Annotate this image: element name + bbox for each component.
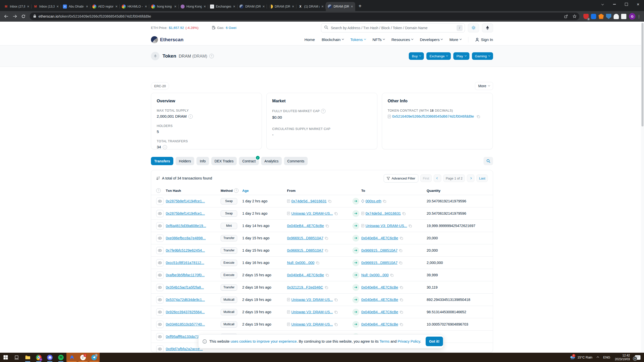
to-address-link[interactable]: Uniswap V3: DRAM-US... [366,224,407,228]
clock[interactable]: 12:422023/10/03 [615,354,630,361]
browser-tab[interactable]: DRAM (DRAM) Token T ✕ [326,2,355,11]
txn-hash-link[interactable]: 0x5374a72d634de9c1... [166,298,205,302]
pagination-prev[interactable] [434,174,441,182]
tab-close-icon[interactable]: ✕ [174,5,177,8]
tab-info[interactable]: Info [196,157,209,165]
token-contract-link[interactable]: 0x5216409e5266cf520868545d6674d1f0046fdd… [392,114,474,118]
browser-tab[interactable]: G AED region - Google Se ✕ [90,2,120,11]
from-address-link[interactable]: 0x74de5d...94016631 [291,199,327,203]
copy-icon[interactable] [400,310,403,314]
preview-eye-button[interactable] [156,259,164,266]
from-address-link[interactable]: Null: 0x000...000 [287,261,314,265]
copy-icon[interactable] [325,286,328,289]
to-address-link[interactable]: 000ss.eth [366,199,381,203]
maximize-button[interactable] [620,0,632,9]
tab-analytics[interactable]: Analytics [261,157,282,165]
from-address-link[interactable]: 0x040eB4...4E7C6cBe [287,273,324,277]
site-search[interactable]: / [321,23,465,32]
txn-hash-link[interactable]: 0x2875b8ef14194fce1... [166,199,205,203]
theme-toggle-button[interactable] [468,23,479,32]
tray-overflow-icon[interactable] [597,355,599,359]
nav-item-blockchain[interactable]: Blockchain [322,37,344,42]
copy-icon[interactable] [316,261,319,264]
from-address-link[interactable]: 0x966915...D88510A7 [287,236,323,240]
copy-icon[interactable] [400,298,403,301]
cookies-link[interactable]: uses cookies to improve your experience [231,339,297,343]
browser-menu-icon[interactable]: ⋮ [636,14,641,19]
txn-hash-link[interactable]: 0xf6a4615d39a608e19... [166,224,206,228]
txn-hash-link[interactable]: 0xd9d7afbfa2a2acce... [166,347,203,351]
tab-comments[interactable]: Comments [284,157,308,165]
new-tab-button[interactable]: + [356,2,364,10]
lock-icon[interactable] [33,14,36,19]
column-age[interactable]: Age [242,189,287,193]
preview-eye-button[interactable] [156,235,164,242]
tab-contract[interactable]: Contract✓ [239,157,259,165]
browser-tab[interactable]: M Inbox (27,992) - gstjenk ✕ [2,2,31,11]
nav-item-tokens[interactable]: Tokens [350,37,366,42]
to-address-link[interactable]: 0x040eB4...4E7C6cBe [361,298,398,302]
preview-eye-button[interactable] [156,333,164,340]
password-extension-icon[interactable] [591,14,596,19]
chrome-icon[interactable]: G [33,353,44,362]
browser-tab[interactable]: X (1) DRAM (@thedramc ✕ [296,2,326,11]
copy-icon[interactable] [325,249,328,252]
copy-icon[interactable] [325,237,328,240]
pagination-last[interactable]: Last [476,174,488,182]
help-icon[interactable]: ? [156,188,161,193]
scrollbar-thumb[interactable] [641,23,643,126]
pagination-next[interactable] [467,174,474,182]
to-address-link[interactable]: 0x040eB4...4E7C6cBe [361,236,398,240]
nav-item-nfts[interactable]: NFTs [373,37,385,42]
task-view-button[interactable] [11,353,22,362]
refresh-icon[interactable] [20,13,27,20]
from-address-link[interactable]: 0x966915...D88510A7 [287,248,323,252]
url-bar[interactable]: etherscan.io/token/0x5216409e5266cf52086… [30,13,579,20]
preview-eye-button[interactable] [156,284,164,291]
tab-close-icon[interactable]: ✕ [27,5,29,8]
buy-button[interactable]: Buy [409,52,424,60]
from-address-link[interactable]: Uniswap V3: DRAM-US... [291,310,333,314]
copy-icon[interactable] [326,224,329,228]
info-icon[interactable]: i [188,114,193,119]
browser-tab[interactable]: DRAM (DRAM) Token T ✕ [267,2,296,11]
txn-hash-link[interactable]: 0x926cc39437825564... [166,310,205,314]
tab-holders[interactable]: Holders [176,157,194,165]
browser-tab[interactable]: G hong kong monetary a ✕ [149,2,179,11]
pagination-first[interactable]: First [420,174,432,182]
tab-close-icon[interactable]: ✕ [204,5,206,8]
tab-close-icon[interactable]: ✕ [56,5,59,8]
file-explorer-icon[interactable] [22,353,33,362]
help-icon[interactable]: ? [234,188,238,193]
privacy-link[interactable]: Privacy Policy [398,339,420,343]
txn-hash-link[interactable]: 0xcc51cf8f161a78112... [166,261,204,265]
weather-widget[interactable]: 1 15°C Rain [570,355,592,360]
nav-item-resources[interactable]: Resources [391,37,413,42]
copy-icon[interactable] [399,249,402,252]
tab-transfers[interactable]: Transfers [151,157,173,165]
txn-hash-link[interactable]: 0x354b15acf1a5f2fa8... [166,285,204,289]
tab-search-icon[interactable] [597,0,609,9]
copy-icon[interactable] [390,274,393,277]
preview-eye-button[interactable] [156,321,164,328]
preview-eye-button[interactable] [156,345,164,353]
nav-item-home[interactable]: Home [304,37,315,42]
sign-in-button[interactable]: Sign In [475,37,493,42]
browser-tab[interactable]: ≡ Exchanges & Minting P ✕ [208,2,237,11]
preview-eye-button[interactable] [156,198,164,205]
tab-close-icon[interactable]: ✕ [115,5,118,8]
minimize-button[interactable] [609,0,620,9]
preview-eye-button[interactable] [156,272,164,279]
back-icon[interactable] [3,13,10,20]
page-scrollbar[interactable] [641,22,644,353]
advanced-filter-button[interactable]: Advanced Filter [384,174,418,183]
from-address-link[interactable]: 0x321219...F2ed346C [287,285,323,289]
terms-link[interactable]: Terms [380,339,389,343]
discord-icon[interactable] [44,353,55,362]
search-input[interactable] [330,26,455,30]
browser-tab[interactable]: Hong Kong Monetary A ✕ [179,2,208,11]
token-help-icon[interactable]: ? [209,54,214,58]
help-icon[interactable]: ? [321,109,326,113]
profile-avatar[interactable]: G [629,13,635,20]
blue-app-icon[interactable] [66,353,77,362]
